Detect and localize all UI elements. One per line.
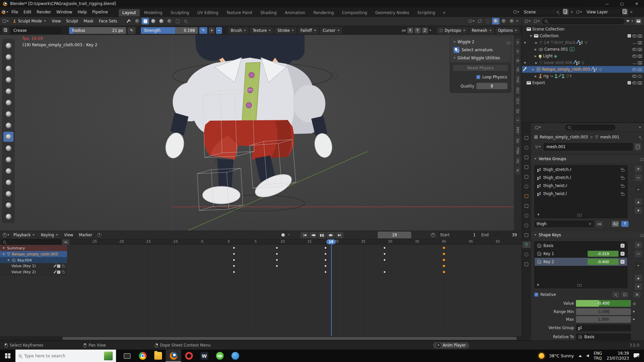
jump-to-start-button[interactable]: |◀	[301, 232, 309, 238]
taskbar-app-file-explorer[interactable]	[150, 350, 166, 362]
taskbar-app-blender-active[interactable]	[166, 350, 181, 362]
keyframe-frame-18[interactable]	[324, 270, 327, 274]
current-frame-field[interactable]: 19	[378, 232, 411, 238]
remove-vertex-group-button[interactable]: −	[634, 174, 642, 181]
sculpt-tool-layer-icon[interactable]	[3, 98, 13, 108]
add-workspace-button[interactable]: +	[439, 9, 449, 16]
sculpt-tool-clay-icon[interactable]	[3, 63, 13, 73]
edit-mode-shape-icon[interactable]	[621, 291, 629, 298]
keyframe-frame-9[interactable]	[275, 264, 279, 268]
move-up-button[interactable]: ▲	[634, 274, 642, 282]
keyframe-frame-29[interactable]	[383, 252, 386, 256]
expand-icon[interactable]: ▶	[532, 68, 535, 71]
sphere-toggle-2-icon[interactable]	[158, 18, 165, 24]
workspace-tab-animation[interactable]: Animation	[281, 9, 309, 16]
expand-icon[interactable]: ▶	[535, 61, 538, 64]
shape-key-value[interactable]: -0.319	[588, 251, 619, 257]
browse-scene-icon[interactable]	[513, 9, 520, 15]
timeline-view-menu[interactable]: View	[62, 232, 75, 238]
sync-icon[interactable]	[96, 232, 103, 238]
taskbar-app-opera[interactable]	[181, 350, 197, 362]
keyframe-selected-frame-40[interactable]	[442, 258, 445, 262]
clear-filter-icon[interactable]	[588, 222, 592, 226]
mask-menu[interactable]: Mask	[81, 18, 96, 24]
keyframe-selected-frame-40[interactable]	[442, 252, 445, 256]
weather-text[interactable]: 38°C Sunny	[549, 353, 574, 358]
sidebar-tab-re[interactable]: RE	[515, 107, 520, 115]
zoom-icon[interactable]	[182, 18, 189, 24]
hide-icon[interactable]	[632, 55, 637, 58]
options-dropdown[interactable]: Options	[495, 27, 520, 34]
shape-key-value[interactable]: -0.400	[588, 259, 619, 265]
reset-physics-button[interactable]: Reset Physics	[453, 64, 508, 71]
channel-summary[interactable]: ▼Summary	[0, 245, 67, 251]
minimize-button[interactable]: —	[600, 0, 614, 7]
list-filter-toggle[interactable]: ▼	[537, 212, 539, 217]
previous-keyframe-button[interactable]: ◀◆	[309, 232, 317, 238]
taskbar-app-green[interactable]: up	[212, 350, 227, 362]
filter-options-icon[interactable]	[631, 20, 633, 22]
workspace-tab-sculpting[interactable]: Sculpting	[167, 9, 193, 16]
workspace-tab-geometry-nodes[interactable]: Geometry Nodes	[372, 9, 413, 16]
outliner-row-tshirt[interactable]: ● ▶ ▽ 1# T-Shirt_Black ▽	[522, 39, 644, 46]
breadcrumb-data[interactable]: mesh.001	[600, 135, 619, 139]
channel-value-key1[interactable]: Value (Key 1)	[0, 263, 67, 269]
breadcrumb-object[interactable]: Retopo_simply_cloth.003	[540, 135, 588, 139]
mask-sphere-icon[interactable]	[133, 18, 141, 24]
properties-search-field[interactable]	[565, 125, 615, 130]
keyframe-frame-9[interactable]	[275, 258, 279, 262]
next-keyframe-button[interactable]: ◆▶	[327, 232, 335, 238]
taskbar-search[interactable]	[15, 350, 116, 362]
playback-dropdown[interactable]: Playback	[11, 232, 37, 238]
mute-checkbox[interactable]	[621, 244, 625, 248]
mesh-name-field[interactable]: mesh.001	[544, 143, 633, 150]
sphere-toggle-3-icon[interactable]	[166, 18, 173, 24]
remove-shape-key-button[interactable]: −	[634, 250, 642, 257]
playhead-line[interactable]	[331, 243, 332, 336]
strength-pressure-icon[interactable]: ✎	[199, 27, 207, 34]
fake-user-button[interactable]	[635, 143, 641, 150]
list-resize-grip[interactable]	[577, 281, 578, 286]
keyframe-frame-18[interactable]	[324, 258, 327, 262]
keyframe-frame-1[interactable]	[232, 246, 236, 250]
playhead-frame-badge[interactable]: 19	[326, 239, 336, 244]
keyframe-frame-29[interactable]	[383, 258, 386, 262]
keyframe-frame-1[interactable]	[232, 264, 236, 268]
expand-icon[interactable]: ▶	[534, 55, 537, 58]
clock[interactable]: 16:3923/07/2023	[607, 351, 629, 361]
mesh-browse-icon[interactable]: ▽	[534, 143, 542, 150]
shading-rendered-icon[interactable]	[508, 18, 516, 24]
hidden-icon[interactable]	[632, 42, 637, 44]
filter-invert-button[interactable]: ↔	[595, 221, 603, 227]
properties-tab-material-icon[interactable]	[522, 251, 531, 258]
keyframe-selected-frame-40[interactable]	[442, 264, 445, 268]
dyntopo-dropdown[interactable]: Dyntopo	[437, 27, 468, 34]
3d-viewport[interactable]	[0, 35, 522, 231]
timeline-ruler[interactable]: -25-20-15-10-505101520253035404550	[0, 239, 522, 245]
hide-icon[interactable]	[632, 75, 637, 78]
outliner-row-retopo-selected[interactable]: ▶ ▽ Retopo_simply_cloth.003 ▽	[522, 66, 644, 73]
list-filter-toggle[interactable]: ▶	[537, 282, 539, 287]
sculpt-menu[interactable]: Sculpt	[64, 18, 80, 24]
brush-asset-icon[interactable]	[2, 27, 9, 34]
stop-icon[interactable]: ✕	[436, 343, 441, 348]
hidden-icon[interactable]	[632, 62, 637, 64]
sidebar-tab-cgl[interactable]: CGl	[515, 96, 520, 106]
hide-icon[interactable]	[632, 35, 637, 38]
outliner-row-loose-shirt[interactable]: ● ▶ ▽ loose shirt.006 ▽	[522, 59, 644, 66]
sculpt-tool-elastic-deform-icon[interactable]	[3, 212, 13, 222]
shading-options-icon[interactable]	[516, 20, 518, 22]
range-min-field[interactable]: -1.000	[576, 308, 631, 315]
filter-icon[interactable]	[626, 20, 630, 22]
channel-shapekey-block[interactable]: ▼Key.004	[0, 257, 67, 263]
keyframe-frame-9[interactable]	[275, 246, 279, 250]
texture-dropdown[interactable]: Texture	[250, 27, 273, 34]
mirror-x-button[interactable]: X	[407, 27, 413, 34]
keyframe-selected-frame-40[interactable]	[442, 270, 445, 274]
list-resize-grip[interactable]	[577, 211, 578, 216]
properties-tab-physics-icon[interactable]	[522, 222, 531, 229]
delete-scene-icon[interactable]	[570, 10, 574, 14]
move-up-button[interactable]: ▲	[634, 198, 642, 205]
strength-slider[interactable]: Strength 0.198	[141, 27, 198, 34]
view-menu[interactable]: View	[49, 18, 63, 24]
